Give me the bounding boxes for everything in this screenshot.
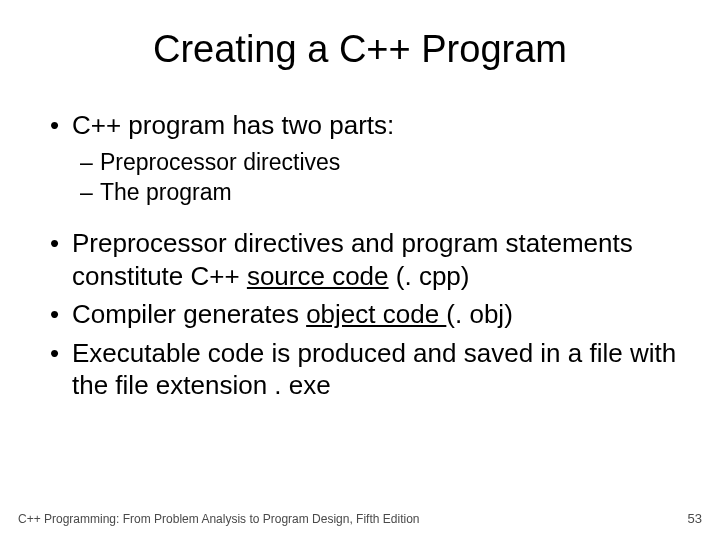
bullet-text: (. obj) bbox=[446, 299, 512, 329]
bullet-text: Compiler generates bbox=[72, 299, 306, 329]
slide: Creating a C++ Program C++ program has t… bbox=[0, 0, 720, 540]
page-number: 53 bbox=[688, 511, 702, 526]
slide-title: Creating a C++ Program bbox=[40, 28, 680, 71]
footer-text: C++ Programming: From Problem Analysis t… bbox=[18, 512, 419, 526]
bullet-level1: C++ program has two parts: bbox=[48, 109, 680, 142]
bullet-level1: Preprocessor directives and program stat… bbox=[48, 227, 680, 292]
slide-content: C++ program has two parts: Preprocessor … bbox=[40, 109, 680, 402]
slide-footer: C++ Programming: From Problem Analysis t… bbox=[18, 511, 702, 526]
bullet-level2: The program bbox=[48, 178, 680, 207]
spacer bbox=[48, 209, 680, 227]
underlined-term: source code bbox=[247, 261, 389, 291]
bullet-level1: Executable code is produced and saved in… bbox=[48, 337, 680, 402]
underlined-term: object code bbox=[306, 299, 446, 329]
bullet-level2: Preprocessor directives bbox=[48, 148, 680, 177]
bullet-level1: Compiler generates object code (. obj) bbox=[48, 298, 680, 331]
bullet-text: (. cpp) bbox=[389, 261, 470, 291]
